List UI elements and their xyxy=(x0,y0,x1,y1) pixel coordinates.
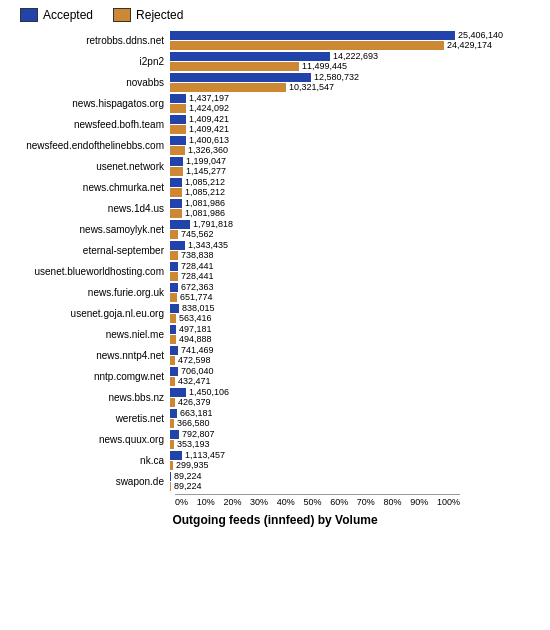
table-row: news.niel.me497,181494,888 xyxy=(10,324,540,344)
table-row: usenet.network1,199,0471,145,277 xyxy=(10,156,540,176)
bar-accepted-value: 663,181 xyxy=(177,408,213,418)
bar-pair: 1,409,4211,409,421 xyxy=(170,114,540,134)
bar-accepted-value: 1,791,818 xyxy=(190,219,233,229)
bar-rejected-value: 745,562 xyxy=(178,229,214,239)
bar-rejected-value: 299,935 xyxy=(173,460,209,470)
bar-accepted xyxy=(170,304,179,313)
bar-rejected xyxy=(170,104,186,113)
bar-rejected-value: 738,838 xyxy=(178,250,214,260)
bar-pair: 1,343,435738,838 xyxy=(170,240,540,260)
bar-accepted xyxy=(170,409,177,418)
bar-rejected-value: 563,416 xyxy=(176,313,212,323)
bar-accepted-value: 706,040 xyxy=(178,366,214,376)
bar-accepted xyxy=(170,388,186,397)
row-label: usenet.blueworldhosting.com xyxy=(10,266,170,277)
bar-pair: 672,363651,774 xyxy=(170,282,540,302)
bar-accepted-value: 672,363 xyxy=(178,282,214,292)
bar-accepted-value: 1,199,047 xyxy=(183,156,226,166)
bar-accepted-value: 1,409,421 xyxy=(186,114,229,124)
bar-pair: 706,040432,471 xyxy=(170,366,540,386)
bar-accepted xyxy=(170,94,186,103)
bar-pair: 728,441728,441 xyxy=(170,261,540,281)
table-row: swapon.de89,22489,224 xyxy=(10,471,540,491)
bar-accepted-value: 838,015 xyxy=(179,303,215,313)
bar-rejected xyxy=(170,62,299,71)
bar-accepted-value: 12,580,732 xyxy=(311,72,359,82)
table-row: newsfeed.endofthelinebbs.com1,400,6131,3… xyxy=(10,135,540,155)
bar-rejected-value: 353,193 xyxy=(174,439,210,449)
table-row: newsfeed.bofh.team1,409,4211,409,421 xyxy=(10,114,540,134)
bar-accepted-value: 1,400,613 xyxy=(186,135,229,145)
bar-accepted xyxy=(170,31,455,40)
bar-rejected-value: 472,598 xyxy=(175,355,211,365)
bar-rejected-value: 24,429,174 xyxy=(444,40,492,50)
legend-accepted-box xyxy=(20,8,38,22)
bar-accepted xyxy=(170,73,311,82)
bar-accepted-value: 741,469 xyxy=(178,345,214,355)
bar-rejected xyxy=(170,146,185,155)
bar-pair: 497,181494,888 xyxy=(170,324,540,344)
legend: Accepted Rejected xyxy=(10,8,540,22)
bar-accepted xyxy=(170,157,183,166)
bar-rejected xyxy=(170,293,177,302)
bar-pair: 792,807353,193 xyxy=(170,429,540,449)
row-label: news.bbs.nz xyxy=(10,392,170,403)
bar-rejected-value: 11,499,445 xyxy=(299,61,347,71)
row-label: nk.ca xyxy=(10,455,170,466)
row-label: i2pn2 xyxy=(10,56,170,67)
bar-rejected xyxy=(170,83,286,92)
x-axis-label: 0% xyxy=(175,497,188,507)
row-label: eternal-september xyxy=(10,245,170,256)
bar-accepted-value: 89,224 xyxy=(171,471,202,481)
legend-rejected-label: Rejected xyxy=(136,8,183,22)
x-axis-label: 10% xyxy=(197,497,215,507)
bar-pair: 1,437,1971,424,092 xyxy=(170,93,540,113)
bar-pair: 89,22489,224 xyxy=(170,471,540,491)
bar-rejected-value: 1,085,212 xyxy=(182,187,225,197)
row-label: usenet.network xyxy=(10,161,170,172)
row-label: weretis.net xyxy=(10,413,170,424)
row-label: news.hispagatos.org xyxy=(10,98,170,109)
table-row: usenet.blueworldhosting.com728,441728,44… xyxy=(10,261,540,281)
bar-accepted xyxy=(170,241,185,250)
row-label: newsfeed.endofthelinebbs.com xyxy=(10,140,170,151)
row-label: retrobbs.ddns.net xyxy=(10,35,170,46)
bar-rejected xyxy=(170,251,178,260)
bar-rejected xyxy=(170,230,178,239)
chart-title: Outgoing feeds (innfeed) by Volume xyxy=(10,513,540,527)
bar-accepted xyxy=(170,430,179,439)
x-axis xyxy=(175,494,460,495)
table-row: usenet.goja.nl.eu.org838,015563,416 xyxy=(10,303,540,323)
table-row: i2pn214,222,69311,499,445 xyxy=(10,51,540,71)
bar-rejected-value: 1,326,360 xyxy=(185,145,228,155)
bar-pair: 12,580,73210,321,547 xyxy=(170,72,540,92)
row-label: news.samoylyk.net xyxy=(10,224,170,235)
bar-accepted xyxy=(170,220,190,229)
table-row: news.nntp4.net741,469472,598 xyxy=(10,345,540,365)
bar-rejected-value: 10,321,547 xyxy=(286,82,334,92)
bar-accepted-value: 14,222,693 xyxy=(330,51,378,61)
table-row: novabbs12,580,73210,321,547 xyxy=(10,72,540,92)
row-label: news.niel.me xyxy=(10,329,170,340)
bar-accepted xyxy=(170,367,178,376)
bar-rejected xyxy=(170,41,444,50)
bar-accepted-value: 1,085,212 xyxy=(182,177,225,187)
row-label: novabbs xyxy=(10,77,170,88)
bar-accepted xyxy=(170,136,186,145)
x-axis-label: 30% xyxy=(250,497,268,507)
bar-rejected-value: 651,774 xyxy=(177,292,213,302)
bar-accepted-value: 1,113,457 xyxy=(182,450,225,460)
bar-rejected-value: 366,580 xyxy=(174,418,210,428)
bar-rejected xyxy=(170,125,186,134)
bar-accepted xyxy=(170,199,182,208)
row-label: news.nntp4.net xyxy=(10,350,170,361)
bar-rejected-value: 494,888 xyxy=(176,334,212,344)
bar-accepted-value: 1,437,197 xyxy=(186,93,229,103)
bar-pair: 1,113,457299,935 xyxy=(170,450,540,470)
x-axis-label: 100% xyxy=(437,497,460,507)
bar-pair: 1,450,106426,379 xyxy=(170,387,540,407)
bar-pair: 1,085,2121,085,212 xyxy=(170,177,540,197)
bar-accepted-value: 1,450,106 xyxy=(186,387,229,397)
bar-rejected xyxy=(170,188,182,197)
bar-rejected-value: 89,224 xyxy=(171,481,202,491)
